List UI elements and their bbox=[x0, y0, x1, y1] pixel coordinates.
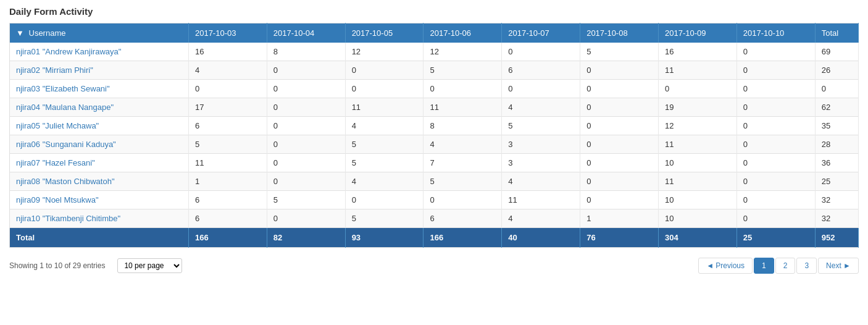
table-body: njira01 "Andrew Kanjirawaya"168121205160… bbox=[10, 43, 859, 228]
page-button-3[interactable]: 3 bbox=[796, 258, 817, 274]
cell-value: 0 bbox=[580, 80, 659, 98]
showing-info: Showing 1 to 10 of 29 entries bbox=[9, 261, 105, 270]
cell-value: 1 bbox=[188, 172, 267, 191]
cell-value: 0 bbox=[267, 209, 345, 228]
cell-value: 6 bbox=[188, 191, 267, 209]
cell-value: 11 bbox=[659, 135, 737, 154]
table-footer: Showing 1 to 10 of 29 entries 10 per pag… bbox=[9, 255, 859, 276]
cell-value: 10 bbox=[659, 209, 737, 228]
cell-value: 6 bbox=[424, 209, 502, 228]
totals-d3: 93 bbox=[345, 228, 424, 248]
cell-value: 11 bbox=[659, 61, 737, 80]
table-row: njira03 "Elizabeth Sewani"000000000 bbox=[10, 80, 859, 98]
cell-value: 0 bbox=[267, 98, 345, 117]
cell-value: 0 bbox=[267, 135, 345, 154]
cell-value: 11 bbox=[424, 98, 502, 117]
cell-value: 5 bbox=[424, 61, 502, 80]
cell-value: 12 bbox=[345, 43, 424, 61]
previous-button[interactable]: ◄ Previous bbox=[698, 258, 753, 274]
col-header-d8: 2017-10-10 bbox=[737, 23, 815, 43]
cell-value: 62 bbox=[815, 98, 858, 117]
cell-username[interactable]: njira09 "Noel Mtsukwa" bbox=[10, 191, 189, 209]
cell-value: 28 bbox=[815, 135, 858, 154]
cell-value: 0 bbox=[502, 80, 580, 98]
col-label-username: Username bbox=[29, 28, 66, 38]
cell-value: 4 bbox=[345, 117, 424, 135]
table-row: njira07 "Hazel Fesani"110573010036 bbox=[10, 154, 859, 172]
cell-value: 11 bbox=[345, 98, 424, 117]
cell-value: 0 bbox=[580, 61, 659, 80]
cell-value: 0 bbox=[737, 154, 815, 172]
daily-form-activity-container: Daily Form Activity ▼ Username 2017-10-0… bbox=[0, 0, 868, 282]
per-page-selector[interactable]: 10 per page25 per page50 per page100 per… bbox=[117, 258, 182, 273]
cell-username[interactable]: njira10 "Tikambenji Chitimbe" bbox=[10, 209, 189, 228]
cell-value: 26 bbox=[815, 61, 858, 80]
cell-value: 0 bbox=[580, 191, 659, 209]
cell-value: 36 bbox=[815, 154, 858, 172]
col-header-d6: 2017-10-08 bbox=[580, 23, 659, 43]
cell-username[interactable]: njira08 "Maston Chibwatoh" bbox=[10, 172, 189, 191]
cell-value: 3 bbox=[502, 135, 580, 154]
cell-value: 8 bbox=[267, 43, 345, 61]
cell-value: 0 bbox=[267, 154, 345, 172]
cell-value: 4 bbox=[345, 172, 424, 191]
col-header-username[interactable]: ▼ Username bbox=[10, 23, 189, 43]
cell-username[interactable]: njira07 "Hazel Fesani" bbox=[10, 154, 189, 172]
cell-value: 5 bbox=[424, 172, 502, 191]
cell-value: 3 bbox=[502, 154, 580, 172]
cell-value: 0 bbox=[267, 117, 345, 135]
table-row: njira10 "Tikambenji Chitimbe"60564110032 bbox=[10, 209, 859, 228]
cell-value: 0 bbox=[737, 209, 815, 228]
cell-value: 7 bbox=[424, 154, 502, 172]
col-header-d3: 2017-10-05 bbox=[345, 23, 424, 43]
cell-value: 0 bbox=[737, 80, 815, 98]
cell-value: 0 bbox=[345, 80, 424, 98]
cell-value: 0 bbox=[815, 80, 858, 98]
per-page-dropdown[interactable]: 10 per page25 per page50 per page100 per… bbox=[117, 258, 182, 273]
cell-value: 5 bbox=[345, 209, 424, 228]
totals-d2: 82 bbox=[267, 228, 345, 248]
cell-value: 6 bbox=[188, 117, 267, 135]
cell-username[interactable]: njira03 "Elizabeth Sewani" bbox=[10, 80, 189, 98]
cell-value: 25 bbox=[815, 172, 858, 191]
cell-value: 12 bbox=[424, 43, 502, 61]
col-header-d7: 2017-10-09 bbox=[659, 23, 737, 43]
table-row: njira04 "Maulana Nangape"17011114019062 bbox=[10, 98, 859, 117]
next-button[interactable]: Next ► bbox=[818, 258, 859, 274]
cell-value: 1 bbox=[580, 209, 659, 228]
cell-value: 6 bbox=[188, 209, 267, 228]
cell-value: 5 bbox=[267, 191, 345, 209]
col-header-d2: 2017-10-04 bbox=[267, 23, 345, 43]
cell-username[interactable]: njira04 "Maulana Nangape" bbox=[10, 98, 189, 117]
cell-value: 0 bbox=[580, 172, 659, 191]
page-button-1[interactable]: 1 bbox=[754, 258, 774, 274]
cell-value: 0 bbox=[737, 43, 815, 61]
cell-username[interactable]: njira05 "Juliet Mchawa" bbox=[10, 117, 189, 135]
cell-username[interactable]: njira02 "Mirriam Phiri" bbox=[10, 61, 189, 80]
cell-value: 4 bbox=[502, 98, 580, 117]
cell-value: 4 bbox=[502, 172, 580, 191]
cell-username[interactable]: njira01 "Andrew Kanjirawaya" bbox=[10, 43, 189, 61]
cell-value: 35 bbox=[815, 117, 858, 135]
page-button-2[interactable]: 2 bbox=[775, 258, 796, 274]
col-header-d4: 2017-10-06 bbox=[424, 23, 502, 43]
cell-value: 19 bbox=[659, 98, 737, 117]
cell-value: 0 bbox=[737, 98, 815, 117]
table-row: njira02 "Mirriam Phiri"40056011026 bbox=[10, 61, 859, 80]
table-row: njira08 "Maston Chibwatoh"10454011025 bbox=[10, 172, 859, 191]
cell-value: 0 bbox=[737, 61, 815, 80]
cell-value: 11 bbox=[659, 172, 737, 191]
col-header-d5: 2017-10-07 bbox=[502, 23, 580, 43]
cell-value: 16 bbox=[188, 43, 267, 61]
table-header-row: ▼ Username 2017-10-03 2017-10-04 2017-10… bbox=[10, 23, 859, 43]
cell-value: 0 bbox=[580, 117, 659, 135]
cell-value: 0 bbox=[737, 172, 815, 191]
cell-value: 11 bbox=[188, 154, 267, 172]
cell-value: 0 bbox=[502, 43, 580, 61]
cell-value: 0 bbox=[345, 61, 424, 80]
activity-table: ▼ Username 2017-10-03 2017-10-04 2017-10… bbox=[9, 23, 859, 248]
cell-value: 0 bbox=[659, 80, 737, 98]
totals-d7: 304 bbox=[659, 228, 737, 248]
sort-arrow-icon: ▼ bbox=[16, 28, 24, 38]
cell-username[interactable]: njira06 "Sunganani Kaduya" bbox=[10, 135, 189, 154]
